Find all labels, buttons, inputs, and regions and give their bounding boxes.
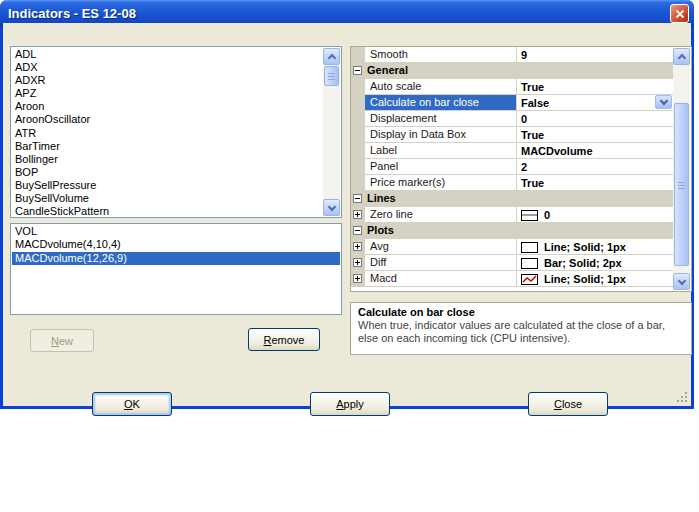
expand-icon[interactable]	[353, 258, 362, 267]
property-row-auto-scale[interactable]: Auto scale True	[351, 79, 674, 95]
ok-button-label: OK	[124, 398, 140, 410]
property-value-text: True	[521, 81, 544, 93]
list-item[interactable]: VOL	[12, 225, 340, 238]
property-name[interactable]: Display in Data Box	[365, 127, 516, 142]
property-row-zero-line[interactable]: Zero line 0	[351, 207, 674, 223]
available-indicators-items: ADL ADX ADXR APZ Aroon AroonOscillator A…	[12, 48, 323, 216]
property-row-diff[interactable]: Diff Bar; Solid; 2px	[351, 255, 674, 271]
property-value[interactable]: 2	[516, 159, 674, 174]
indent-cell	[351, 175, 365, 190]
property-row-calculate-on-bar-close[interactable]: Calculate on bar close False	[351, 95, 674, 111]
property-row-macd[interactable]: Macd Line; Solid; 1px	[351, 271, 674, 287]
scrollbar-track[interactable]	[323, 65, 340, 199]
collapse-icon[interactable]	[353, 66, 362, 75]
property-row-label[interactable]: Label MACDvolume	[351, 143, 674, 159]
dropdown-button[interactable]	[655, 95, 672, 109]
property-value-dropdown[interactable]: False	[516, 95, 674, 110]
property-value[interactable]: True	[516, 127, 674, 142]
remove-button[interactable]: Remove	[248, 328, 320, 351]
scroll-down-button[interactable]	[323, 199, 340, 216]
chevron-down-icon	[660, 97, 668, 105]
list-item-selected[interactable]: MACDvolume(12,26,9)	[12, 252, 340, 265]
property-name[interactable]: Label	[365, 143, 516, 158]
scroll-down-button[interactable]	[673, 273, 690, 290]
property-row-price-markers[interactable]: Price marker(s) True	[351, 175, 674, 191]
ok-button[interactable]: OK	[92, 392, 172, 416]
property-value[interactable]: True	[516, 79, 674, 94]
category-row-plots[interactable]: Plots	[351, 223, 674, 239]
configured-indicators-list[interactable]: VOL MACDvolume(4,10,4) MACDvolume(12,26,…	[10, 223, 342, 315]
indent-cell	[351, 127, 365, 142]
property-name[interactable]: Avg	[365, 239, 516, 254]
close-button[interactable]: Close	[528, 392, 608, 416]
property-value[interactable]: Line; Solid; 1px	[516, 239, 674, 254]
scrollbar-thumb[interactable]	[674, 103, 689, 266]
macd-line-swatch-icon	[521, 274, 538, 285]
category-row-general[interactable]: General	[351, 63, 674, 79]
list-item[interactable]: CandleStickPattern	[12, 205, 323, 216]
property-row-smooth[interactable]: Smooth 9	[351, 47, 674, 63]
indent-cell	[351, 159, 365, 174]
list-item[interactable]: ATR	[12, 127, 323, 140]
property-value[interactable]: Bar; Solid; 2px	[516, 255, 674, 270]
available-list-scrollbar[interactable]	[323, 48, 340, 216]
list-item[interactable]: BOP	[12, 166, 323, 179]
indent-cell	[351, 111, 365, 126]
property-grid-scrollbar[interactable]	[673, 48, 690, 290]
property-name[interactable]: Macd	[365, 271, 516, 286]
property-name[interactable]: Calculate on bar close	[365, 95, 516, 110]
property-name[interactable]: Price marker(s)	[365, 175, 516, 190]
close-window-button[interactable]	[670, 4, 689, 23]
scrollbar-track[interactable]	[673, 65, 690, 273]
property-value-text: 2	[521, 161, 527, 173]
apply-button[interactable]: Apply	[310, 392, 390, 416]
list-item[interactable]: Bollinger	[12, 153, 323, 166]
property-value[interactable]: MACDvolume	[516, 143, 674, 158]
property-value-text: MACDvolume	[521, 145, 593, 157]
list-item[interactable]: ADL	[12, 48, 323, 61]
property-name[interactable]: Diff	[365, 255, 516, 270]
indent-cell	[351, 79, 365, 94]
property-value[interactable]: True	[516, 175, 674, 190]
property-value[interactable]: 0	[516, 111, 674, 126]
property-name[interactable]: Displacement	[365, 111, 516, 126]
expand-icon[interactable]	[353, 242, 362, 251]
property-row-display-in-data-box[interactable]: Display in Data Box True	[351, 127, 674, 143]
category-row-lines[interactable]: Lines	[351, 191, 674, 207]
property-value[interactable]: Line; Solid; 1px	[516, 271, 674, 286]
list-item[interactable]: ADXR	[12, 74, 323, 87]
property-row-panel[interactable]: Panel 2	[351, 159, 674, 175]
property-row-displacement[interactable]: Displacement 0	[351, 111, 674, 127]
list-item[interactable]: AroonOscillator	[12, 113, 323, 126]
help-title: Calculate on bar close	[358, 306, 684, 318]
collapse-icon[interactable]	[353, 194, 362, 203]
property-value-text: 0	[521, 113, 527, 125]
property-name[interactable]: Panel	[365, 159, 516, 174]
resize-grip[interactable]	[685, 400, 687, 402]
list-item[interactable]: MACDvolume(4,10,4)	[12, 238, 340, 251]
scroll-up-button[interactable]	[673, 48, 690, 65]
remove-button-label: Remove	[264, 334, 305, 346]
scroll-up-button[interactable]	[323, 48, 340, 65]
property-name[interactable]: Auto scale	[365, 79, 516, 94]
property-value[interactable]: 9	[516, 47, 674, 62]
list-item[interactable]: BarTimer	[12, 140, 323, 153]
property-row-avg[interactable]: Avg Line; Solid; 1px	[351, 239, 674, 255]
list-item[interactable]: BuySellVolume	[12, 192, 323, 205]
property-name[interactable]: Zero line	[365, 207, 516, 222]
list-item[interactable]: BuySellPressure	[12, 179, 323, 192]
list-item[interactable]: Aroon	[12, 100, 323, 113]
new-button[interactable]: New	[30, 329, 94, 352]
available-indicators-list[interactable]: ADL ADX ADXR APZ Aroon AroonOscillator A…	[10, 46, 342, 218]
property-value[interactable]: 0	[516, 207, 674, 222]
property-value-text: 0	[544, 209, 550, 221]
collapse-icon[interactable]	[353, 226, 362, 235]
property-name[interactable]: Smooth	[365, 47, 516, 62]
expand-icon[interactable]	[353, 210, 362, 219]
list-item[interactable]: APZ	[12, 87, 323, 100]
apply-button-label: Apply	[336, 398, 364, 410]
scrollbar-thumb[interactable]	[324, 66, 339, 86]
list-item[interactable]: ADX	[12, 61, 323, 74]
expand-icon[interactable]	[353, 274, 362, 283]
window-title: Indicators - ES 12-08	[8, 6, 136, 21]
